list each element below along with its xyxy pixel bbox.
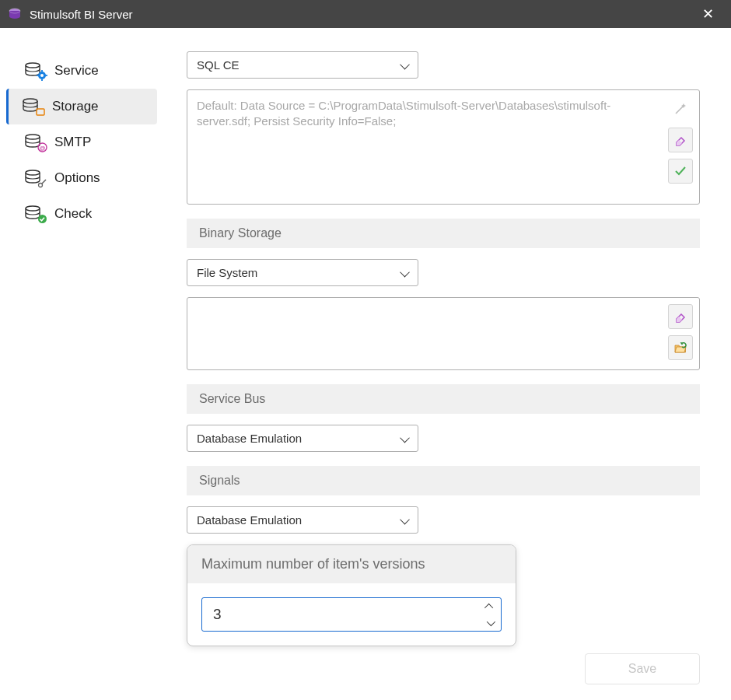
binary-storage-header: Binary Storage [187,219,700,248]
main: Service Storage [0,28,731,700]
binary-storage-section: Binary Storage File System [187,219,700,370]
binary-storage-actions [662,298,699,369]
eraser-button[interactable] [668,128,693,152]
sidebar-item-label: Options [54,170,100,186]
svg-point-15 [39,184,43,187]
signals-type-value: Database Emulation [197,513,302,527]
signals-header: Signals [187,466,700,495]
binary-storage-path-box [187,297,700,370]
connection-string-box: Default: Data Source = C:\ProgramData\St… [187,89,700,205]
spinner-down[interactable] [479,614,501,631]
svg-point-11 [26,135,40,139]
titlebar: Stimulsoft BI Server ✕ [0,0,731,28]
validate-button[interactable] [668,159,693,184]
svg-point-2 [26,63,40,68]
eraser-icon [673,310,687,324]
database-type-select[interactable]: SQL CE [187,51,418,79]
signals-section: Signals Database Emulation [187,466,700,534]
sidebar-item-options[interactable]: Options [6,160,157,196]
wand-icon [673,102,687,116]
sidebar-item-smtp[interactable]: @ SMTP [6,124,157,160]
service-bus-type-select[interactable]: Database Emulation [187,425,418,452]
options-icon [23,170,45,187]
save-button[interactable]: Save [585,653,700,684]
sidebar-item-check[interactable]: Check [6,196,157,232]
eraser-button-2[interactable] [668,304,693,329]
close-button[interactable]: ✕ [692,0,723,28]
binary-storage-type-value: File System [197,266,257,279]
eraser-icon [673,133,687,147]
svg-text:@: @ [40,145,46,152]
max-versions-header: Maximum number of item's versions [187,545,516,583]
max-versions-value[interactable]: 3 [202,598,479,631]
max-versions-spinner[interactable]: 3 [201,597,502,632]
service-icon [23,62,45,79]
signals-type-select[interactable]: Database Emulation [187,506,418,534]
database-type-value: SQL CE [197,58,239,72]
title-text: Stimulsoft BI Server [30,8,692,21]
binary-storage-type-select[interactable]: File System [187,259,418,286]
svg-point-4 [40,74,44,77]
svg-line-19 [676,106,684,114]
sidebar-item-label: Service [54,63,99,79]
app-icon [8,7,22,21]
sidebar-item-storage[interactable]: Storage [6,89,157,124]
service-bus-header: Service Bus [187,384,700,414]
content: SQL CE Default: Data Source = C:\Program… [163,28,731,700]
checkmark-icon [673,164,687,178]
svg-point-17 [26,206,40,211]
service-bus-section: Service Bus Database Emulation [187,384,700,452]
check-icon [23,205,45,222]
storage-icon [21,98,43,115]
wand-button[interactable] [668,96,693,121]
connection-string-input[interactable]: Default: Data Source = C:\ProgramData\St… [187,90,662,204]
max-versions-card: Maximum number of item's versions 3 [187,544,516,646]
svg-line-16 [42,180,46,184]
smtp-icon: @ [23,134,45,151]
sidebar-item-label: Check [54,206,92,222]
svg-rect-10 [37,109,44,115]
sidebar-item-label: Storage [52,99,99,114]
service-bus-type-value: Database Emulation [197,432,302,445]
sidebar-item-service[interactable]: Service [6,53,157,89]
spinner-up[interactable] [479,598,501,614]
binary-storage-path-input[interactable] [187,298,662,369]
save-label: Save [628,662,656,676]
browse-folder-button[interactable] [668,335,693,360]
svg-point-9 [23,99,37,103]
connection-string-actions [662,90,699,204]
sidebar: Service Storage [0,28,163,700]
svg-point-14 [26,170,40,175]
sidebar-item-label: SMTP [54,135,91,150]
folder-open-icon [673,341,687,355]
spinner-buttons [479,598,501,631]
